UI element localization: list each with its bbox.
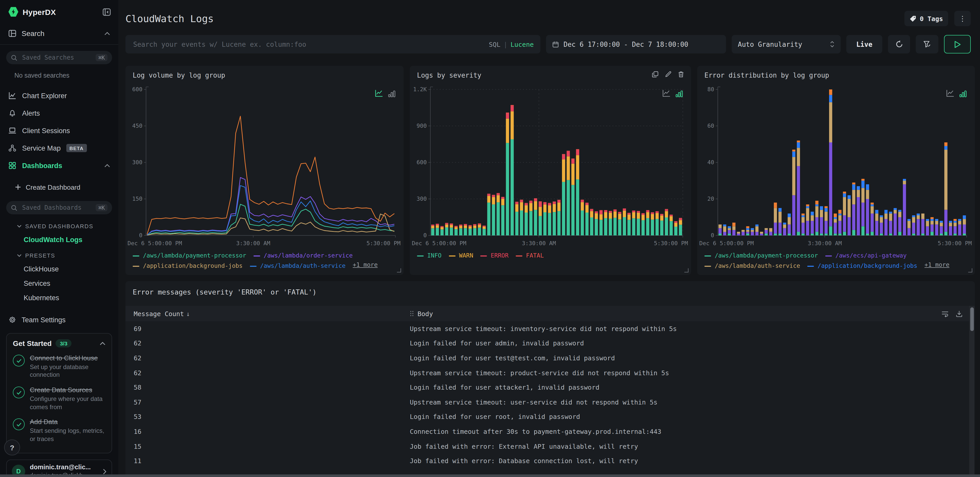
table-row[interactable]: 15Job failed with error: External API un…: [126, 439, 968, 454]
tags-button[interactable]: 0 Tags: [904, 11, 948, 26]
cell-message-count: 62: [134, 354, 142, 362]
cell-body: Login failed for user test@test.com, inv…: [410, 354, 615, 362]
drag-handle-icon[interactable]: [410, 310, 414, 316]
download-icon[interactable]: [956, 310, 963, 317]
legend-item[interactable]: /aws/lambda/auth-service: [705, 262, 800, 270]
get-started-step-sources[interactable]: Create Data Sources Configure where your…: [13, 386, 105, 411]
sidebar-item-service-map[interactable]: Service Map BETA: [0, 139, 118, 157]
chevron-up-icon[interactable]: [100, 342, 105, 345]
table-row[interactable]: 69Upstream service timeout: inventory-se…: [126, 321, 968, 336]
create-dashboard-label: Create Dashboard: [26, 183, 80, 191]
table-row[interactable]: 57Upstream service timeout: user-service…: [126, 395, 968, 409]
date-range-value: Dec 6 17:00:00 - Dec 7 18:00:00: [563, 40, 688, 48]
legend-swatch: [705, 256, 711, 256]
cell-message-count: 58: [134, 383, 142, 391]
sidebar-item-cloudwatch-logs[interactable]: CloudWatch Logs: [24, 236, 118, 244]
saved-dashboards-section[interactable]: SAVED DASHBOARDS: [17, 223, 118, 229]
sidebar-collapse-icon[interactable]: [102, 8, 111, 16]
create-dashboard-button[interactable]: Create Dashboard: [0, 181, 118, 193]
cell-body: Job failed with error: External API unav…: [410, 442, 638, 450]
scrollbar-thumb[interactable]: [970, 307, 974, 331]
resize-handle[interactable]: [968, 268, 972, 272]
legend-more-link[interactable]: +1 more: [924, 261, 950, 268]
filter-icon: [923, 40, 931, 48]
refresh-button[interactable]: [888, 35, 910, 54]
vertical-scrollbar[interactable]: [969, 306, 974, 477]
table-row[interactable]: 11Job failed with error: Database connec…: [126, 454, 968, 468]
event-search-input[interactable]: [132, 40, 485, 49]
legend-item[interactable]: /aws/lambda/order-service: [253, 251, 353, 261]
resize-handle[interactable]: [684, 268, 689, 272]
legend-item[interactable]: ERROR: [480, 251, 509, 261]
sidebar-item-chart-explorer[interactable]: Chart Explorer: [0, 87, 118, 104]
line-view-icon[interactable]: [662, 89, 670, 97]
sidebar-item-dashboards[interactable]: Dashboards: [0, 157, 118, 174]
event-search-field[interactable]: SQL|Lucene: [126, 35, 540, 54]
table-header: Message Count ↓ Body: [126, 306, 975, 321]
legend-more-link[interactable]: +1 more: [353, 261, 378, 268]
live-button[interactable]: Live: [846, 35, 882, 54]
legend-item[interactable]: /aws/lambda/payment-processor: [705, 251, 818, 261]
sidebar-item-client-sessions[interactable]: Client Sessions: [0, 122, 118, 139]
legend-item[interactable]: /application/background-jobs: [133, 262, 243, 270]
legend-swatch: [825, 256, 832, 256]
check-circle-icon: [13, 418, 25, 430]
svg-text:5:30:00 PM: 5:30:00 PM: [938, 240, 972, 246]
duplicate-icon[interactable]: [652, 71, 659, 78]
saved-searches-input[interactable]: [21, 54, 92, 62]
dashboards-icon: [8, 161, 16, 170]
sql-mode-toggle[interactable]: SQL: [489, 40, 500, 48]
edit-icon[interactable]: [665, 71, 671, 78]
sidebar-item-alerts[interactable]: Alerts: [0, 104, 118, 122]
horizontal-scrollbar[interactable]: [0, 474, 980, 477]
get-started-step-connect[interactable]: Connect to ClickHouse Set up your databa…: [13, 354, 105, 379]
legend-item[interactable]: INFO: [417, 251, 441, 261]
legend-label: /application/background-jobs: [143, 262, 243, 270]
table-row[interactable]: 58Login failed for user attacker1, inval…: [126, 380, 968, 395]
legend-swatch: [133, 266, 139, 267]
resize-handle[interactable]: [397, 268, 401, 272]
bar-view-icon[interactable]: [959, 91, 967, 97]
svg-text:3:30:00 AM: 3:30:00 AM: [808, 240, 842, 246]
check-circle-icon: [13, 355, 25, 366]
more-options-button[interactable]: ⋮: [954, 11, 971, 26]
line-view-icon[interactable]: [946, 89, 954, 97]
legend-item[interactable]: WARN: [449, 251, 473, 261]
legend-swatch: [253, 256, 260, 256]
svg-text:20: 20: [708, 196, 714, 202]
granularity-select[interactable]: Auto Granularity: [732, 35, 841, 54]
bar-view-icon[interactable]: [676, 91, 683, 97]
saved-dashboards-search[interactable]: ⌘K: [6, 201, 112, 214]
table-row[interactable]: 62Login failed for user test@test.com, i…: [126, 351, 968, 365]
saved-searches-search[interactable]: ⌘K: [6, 51, 112, 64]
bar-view-icon[interactable]: [388, 91, 395, 97]
column-header-message-count[interactable]: Message Count ↓: [134, 310, 190, 317]
sidebar-item-team-settings[interactable]: Team Settings: [0, 316, 118, 324]
delete-icon[interactable]: [678, 71, 684, 78]
sidebar-item-services[interactable]: Services: [24, 280, 118, 287]
legend-item[interactable]: /application/background-jobs: [807, 262, 917, 270]
table-row[interactable]: 62Upstream service timeout: product-serv…: [126, 366, 968, 380]
table-row[interactable]: 62Login failed for user admin, invalid p…: [126, 336, 968, 351]
wrap-text-icon[interactable]: [942, 310, 949, 317]
legend-item[interactable]: /aws/lambda/payment-processor: [133, 251, 246, 261]
get-started-step-add-data[interactable]: Add Data Start sending logs, metrics, or…: [13, 418, 105, 443]
sidebar-item-kubernetes[interactable]: Kubernetes: [24, 294, 118, 302]
sidebar-item-clickhouse[interactable]: ClickHouse: [24, 265, 118, 273]
cell-body: Upstream service timeout: product-servic…: [410, 369, 669, 377]
lucene-mode-toggle[interactable]: Lucene: [511, 40, 534, 48]
date-range-picker[interactable]: Dec 6 17:00:00 - Dec 7 18:00:00: [546, 35, 726, 54]
table-row[interactable]: 16Connection timeout after 30s to paymen…: [126, 424, 968, 439]
run-query-button[interactable]: [944, 35, 971, 54]
column-header-body[interactable]: Body: [410, 310, 433, 317]
table-row[interactable]: 53Login failed for user root, invalid pa…: [126, 409, 968, 424]
help-button[interactable]: ?: [4, 439, 20, 455]
line-view-icon[interactable]: [375, 89, 383, 97]
filter-button[interactable]: [916, 35, 939, 54]
legend-item[interactable]: FATAL: [516, 251, 544, 261]
legend-item[interactable]: /aws/ecs/api-gateway: [825, 251, 907, 261]
sidebar-item-search[interactable]: Search: [0, 29, 118, 38]
saved-dashboards-input[interactable]: [21, 204, 92, 212]
presets-section[interactable]: PRESETS: [17, 252, 118, 259]
legend-item[interactable]: /aws/lambda/auth-service: [250, 262, 345, 270]
